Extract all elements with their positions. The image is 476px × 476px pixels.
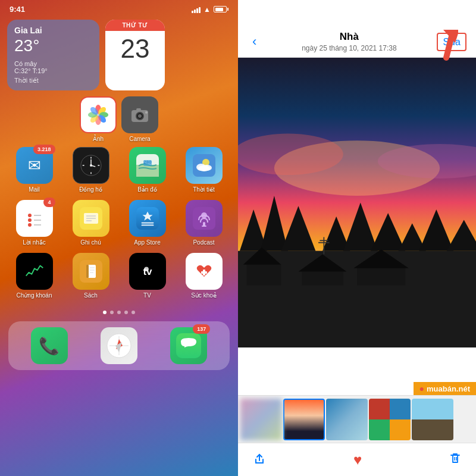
share-button[interactable] [252, 451, 267, 469]
photos-label: Ảnh [93, 136, 104, 142]
trash-button[interactable] [449, 452, 462, 468]
photos-pinwheel-svg [87, 104, 109, 126]
messages-svg [176, 333, 201, 358]
app-item-health[interactable]: Sức khoẻ [178, 253, 230, 299]
svg-point-12 [138, 114, 142, 118]
notes-label: Ghi chú [80, 239, 101, 246]
svg-point-38 [28, 223, 32, 227]
thumb-grid-cell-1 [369, 399, 390, 419]
podcast-icon [186, 200, 223, 237]
photos-back-button[interactable]: ‹ [248, 32, 261, 52]
page-dot-4 [124, 311, 128, 314]
app-item-stocks[interactable]: Chứng khoán [8, 253, 60, 299]
app-item-camera[interactable]: Camera [121, 96, 158, 142]
weather-city: Gia Lai [14, 26, 92, 35]
thumb-2[interactable] [283, 399, 325, 440]
trash-icon [449, 452, 462, 465]
thumb-grid-cell-4 [390, 419, 411, 440]
health-svg [193, 260, 215, 283]
weather-temp: 23° [14, 36, 92, 55]
app-item-podcast[interactable]: Podcast [178, 200, 230, 246]
wifi-icon: ▲ [203, 5, 211, 14]
battery-fill [215, 8, 224, 11]
svg-rect-87 [246, 265, 281, 286]
status-bar: 9:41 ▲ [0, 0, 238, 16]
camera-svg [129, 104, 151, 126]
thumb-grid-cell-3 [369, 419, 390, 440]
stocks-label: Chứng khoán [17, 292, 52, 299]
messages-icon: 137 [170, 327, 207, 364]
maps-icon: 280 [129, 147, 166, 184]
page-dot-2 [110, 311, 114, 314]
thumb-1[interactable] [240, 399, 282, 440]
svg-rect-51 [202, 226, 206, 227]
dock-item-messages[interactable]: 137 [170, 327, 207, 364]
tv-label: TV [143, 292, 151, 299]
app-grid-row1: ✉ 3.218 Mail [0, 142, 238, 199]
red-arrow-svg [411, 25, 458, 67]
mail-badge: 3.218 [33, 145, 55, 154]
svg-rect-55 [86, 265, 89, 278]
calendar-day-number: 23 [105, 31, 165, 65]
app-item-maps[interactable]: 280 Bản đồ [121, 147, 173, 193]
main-photo [238, 58, 476, 347]
stocks-icon [16, 253, 53, 290]
svg-rect-27 [143, 160, 152, 166]
svg-rect-33 [23, 207, 46, 230]
weather-widget[interactable]: Gia Lai 23° Có mây C:32° T:19° Thời tiết [7, 20, 99, 90]
svg-rect-52 [23, 260, 46, 283]
reminders-svg [23, 207, 46, 230]
app-item-mail[interactable]: ✉ 3.218 Mail [8, 147, 60, 193]
thumb-3[interactable] [326, 399, 368, 440]
watermark-icon: ● [419, 384, 424, 393]
page-dot-3 [117, 311, 121, 314]
app-grid-row2: 4 Lời nhắc Ghi chú [0, 199, 238, 252]
mail-label: Mail [29, 186, 39, 193]
photo-details: ● muabán.nét [238, 347, 476, 395]
app-item-notes[interactable]: Ghi chú [65, 200, 117, 246]
page-dot-5 [131, 311, 135, 314]
svg-rect-63 [201, 271, 207, 274]
app-item-weather[interactable]: Thời tiết [178, 147, 230, 193]
page-dots [0, 305, 238, 319]
status-bar-right: ▲ [192, 5, 228, 14]
safari-icon [101, 327, 137, 364]
books-label: Sách [84, 292, 98, 299]
podcast-svg [193, 207, 215, 230]
thumb-5[interactable] [412, 399, 453, 440]
appstore-svg [136, 207, 159, 230]
thumbnail-strip [238, 395, 476, 443]
clock-icon [73, 147, 109, 184]
svg-rect-25 [136, 165, 159, 177]
signal-bar-3 [196, 8, 198, 13]
heart-button[interactable]: ♥ [353, 452, 362, 468]
thumb-4[interactable] [369, 399, 411, 440]
reminders-label: Lời nhắc [23, 239, 46, 246]
calendar-widget[interactable]: THỨ TƯ 23 [105, 20, 165, 90]
mail-icon: ✉ 3.218 [16, 147, 53, 184]
app-item-reminders[interactable]: 4 Lời nhắc [8, 200, 60, 246]
svg-point-23 [90, 164, 92, 167]
widgets-row: Gia Lai 23° Có mây C:32° T:19° Thời tiết… [0, 16, 238, 94]
dock-item-phone[interactable]: 📞 [31, 327, 68, 364]
signal-icon [192, 6, 201, 13]
dock-item-safari[interactable] [101, 327, 137, 364]
clock-label: Đồng hồ [79, 186, 102, 193]
svg-point-34 [28, 214, 32, 217]
app-grid-row3: Chứng khoán Sách tv [0, 252, 238, 305]
battery-tip [227, 8, 228, 11]
svg-rect-13 [136, 108, 141, 111]
app-item-clock[interactable]: Đồng hồ [65, 147, 117, 193]
watermark: ● muabán.nét [414, 382, 476, 395]
app-item-appstore[interactable]: App Store [121, 200, 173, 246]
tv-svg: tv [136, 260, 159, 283]
camera-label: Camera [129, 136, 151, 142]
svg-rect-89 [302, 271, 343, 285]
clock-svg [80, 154, 102, 177]
svg-point-14 [145, 111, 148, 114]
books-icon [73, 253, 109, 290]
app-item-books[interactable]: Sách [65, 253, 117, 299]
app-item-tv[interactable]: tv TV [121, 253, 173, 299]
notes-svg [80, 207, 102, 230]
app-item-photos[interactable]: Ảnh [80, 96, 117, 142]
